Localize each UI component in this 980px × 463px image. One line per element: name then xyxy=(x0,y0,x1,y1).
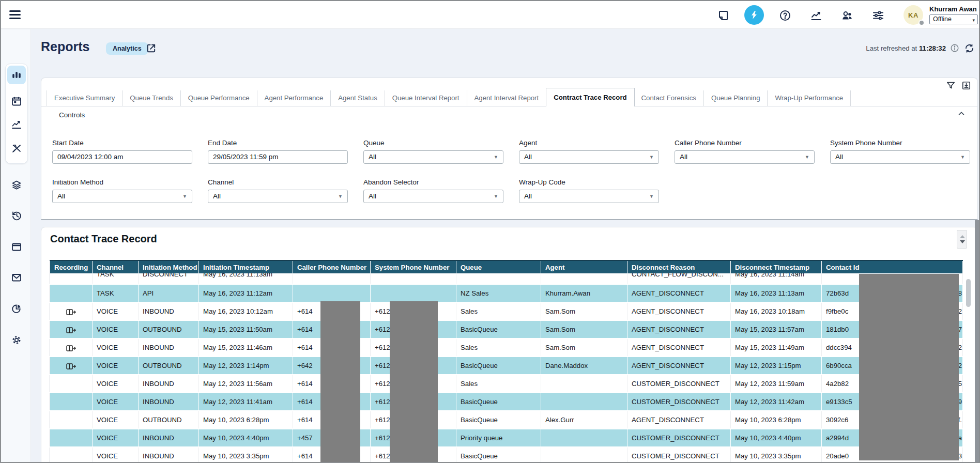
tab-queue-interval-report[interactable]: Queue Interval Report xyxy=(385,90,467,106)
note-icon[interactable] xyxy=(717,9,729,22)
sidebar-item-schedule[interactable] xyxy=(7,92,26,111)
table-row[interactable]: VOICEINBOUNDMay 12, 2023 11:56am+614+612… xyxy=(50,375,963,393)
system-phone-number-select[interactable]: All▼ xyxy=(830,150,970,164)
end-date-input[interactable]: 29/05/2023 11:59 pm xyxy=(208,150,348,164)
sidebar-item-mail[interactable] xyxy=(7,268,26,287)
external-link-icon[interactable] xyxy=(145,42,157,54)
caret-down-icon: ▼ xyxy=(182,190,187,203)
col-agent[interactable]: Agent xyxy=(541,260,627,273)
sidebar-item-window[interactable] xyxy=(7,238,26,256)
last-refreshed: Last refreshed at 11:28:32 xyxy=(866,44,946,52)
sidebar-item-settings[interactable] xyxy=(7,331,26,349)
start-date-input[interactable]: 09/04/2023 12:00 am xyxy=(52,150,192,164)
cell-its: May 10, 2023 6:28pm xyxy=(199,411,293,429)
table-row[interactable]: VOICEINBOUNDMay 16, 2023 10:12am+614+612… xyxy=(50,302,963,320)
queue-select[interactable]: All▼ xyxy=(363,150,503,164)
tab-contact-forensics[interactable]: Contact Forensics xyxy=(634,90,704,106)
help-icon[interactable] xyxy=(779,9,791,22)
recording-icon[interactable] xyxy=(66,308,76,316)
col-initiation-method[interactable]: Initiation Method xyxy=(139,260,199,273)
initiation-method-select[interactable]: All▼ xyxy=(52,190,192,203)
table-row[interactable]: VOICEOUTBOUNDMay 12, 2023 1:14pm+642+612… xyxy=(50,357,963,375)
cell-clip: TASK xyxy=(93,273,138,284)
col-channel[interactable]: Channel xyxy=(93,260,139,273)
users-icon[interactable] xyxy=(841,9,853,22)
tab-wrap-up-performance[interactable]: Wrap-Up Performance xyxy=(768,90,851,106)
tab-queue-planning[interactable]: Queue Planning xyxy=(704,90,768,106)
table-row[interactable]: VOICEINBOUNDMay 10, 2023 4:40pm+457+612P… xyxy=(50,429,963,447)
tab-agent-status[interactable]: Agent Status xyxy=(331,90,385,106)
table-row-partial[interactable]: TASKDISCONNECTMay 16, 2023 11:13amCONTAC… xyxy=(50,273,963,284)
cell-method: INBOUND xyxy=(139,338,199,357)
col-caller-phone-number[interactable]: Caller Phone Number xyxy=(293,260,371,273)
sidebar-item-flows[interactable] xyxy=(7,176,26,194)
refresh-icon[interactable] xyxy=(964,43,975,54)
window-scrollbar[interactable] xyxy=(975,220,979,463)
agent-select[interactable]: All▼ xyxy=(519,150,659,164)
cell-agent xyxy=(541,375,627,393)
cell-system xyxy=(371,284,456,302)
col-disconnect-reason[interactable]: Disconnect Reason xyxy=(627,260,731,273)
download-icon[interactable] xyxy=(961,81,971,90)
cell-clip xyxy=(293,273,370,284)
recording-icon[interactable] xyxy=(66,327,76,334)
caller-phone-number-select[interactable]: All▼ xyxy=(675,150,815,164)
table-row[interactable]: VOICEINBOUNDMay 15, 2023 11:46am+614+612… xyxy=(50,338,963,357)
cell-its: May 12, 2023 11:56am xyxy=(199,375,293,393)
tab-queue-trends[interactable]: Queue Trends xyxy=(122,90,181,106)
cell-rec xyxy=(50,411,93,429)
metrics-icon[interactable] xyxy=(810,9,822,22)
sidebar-item-customize[interactable] xyxy=(7,139,26,158)
table-row[interactable]: VOICEOUTBOUNDMay 10, 2023 6:28pm+614+612… xyxy=(50,411,963,429)
hamburger-menu-icon[interactable] xyxy=(9,10,21,19)
table-row[interactable]: VOICEINBOUNDMay 12, 2023 11:41am+614+612… xyxy=(50,393,963,411)
table-row[interactable]: VOICEINBOUNDMay 10, 2023 3:35pm+614+612B… xyxy=(50,447,963,463)
tab-contract-trace-record[interactable]: Contract Trace Record xyxy=(546,88,634,106)
tab-executive-summary[interactable]: Executive Summary xyxy=(47,90,122,106)
sidebar-item-reports[interactable] xyxy=(7,66,26,84)
cell-caller xyxy=(293,273,371,284)
stepper-up-icon[interactable] xyxy=(960,235,965,238)
col-contact-id[interactable]: Contact Id xyxy=(822,260,963,273)
mail-icon xyxy=(11,272,22,283)
sidebar-item-history[interactable] xyxy=(7,206,26,225)
cell-agent: Sam.Som xyxy=(541,338,627,357)
sidebar-item-insights[interactable] xyxy=(7,299,26,318)
recording-icon[interactable] xyxy=(66,363,76,370)
col-disconnect-timestamp[interactable]: Disconnect Timestamp xyxy=(731,260,822,273)
field-caller-phone-number: Caller Phone NumberAll▼ xyxy=(675,139,815,164)
abandon-selector-select[interactable]: All▼ xyxy=(363,190,503,203)
info-icon[interactable] xyxy=(950,43,959,53)
history-icon xyxy=(11,210,22,221)
filter-icon[interactable] xyxy=(946,81,956,90)
cell-reason: CUSTOMER_DISCONNECT xyxy=(627,375,731,393)
stepper-down-icon[interactable] xyxy=(960,240,965,243)
collapse-chevron-up-icon[interactable] xyxy=(957,109,966,118)
tab-agent-interval-report[interactable]: Agent Interval Report xyxy=(467,90,547,106)
chevron-down-icon: ▾ xyxy=(972,16,975,25)
table-row[interactable]: VOICEOUTBOUNDMay 15, 2023 11:50am+614+61… xyxy=(50,320,963,338)
lightning-icon[interactable] xyxy=(744,5,764,25)
table-row[interactable]: TASKAPIMay 16, 2023 11:12amNZ SalesKhurr… xyxy=(50,284,963,302)
panel-stepper[interactable] xyxy=(957,230,967,249)
cell-its: May 16, 2023 10:12am xyxy=(199,302,293,320)
cell-dts: May 10, 2023 4:40pm xyxy=(731,429,822,447)
redaction-box-contact-id xyxy=(859,274,959,460)
table-header-row: RecordingChannelInitiation MethodInitiat… xyxy=(50,260,963,273)
wrap-up-code-select[interactable]: All▼ xyxy=(519,190,659,203)
col-queue[interactable]: Queue xyxy=(456,260,541,273)
tab-queue-performance[interactable]: Queue Performance xyxy=(181,90,257,106)
channel-select[interactable]: All▼ xyxy=(208,190,348,203)
table-scrollbar-thumb[interactable] xyxy=(966,279,971,307)
sidebar-item-analytics[interactable] xyxy=(7,115,26,134)
cell-rec xyxy=(50,357,93,375)
recording-icon[interactable] xyxy=(66,345,76,352)
col-initiation-timestamp[interactable]: Initiation Timestamp xyxy=(199,260,293,273)
avatar[interactable]: KA xyxy=(904,5,923,25)
tab-agent-performance[interactable]: Agent Performance xyxy=(257,90,331,106)
cell-reason: AGENT_DISCONNECT xyxy=(627,284,731,302)
col-recording[interactable]: Recording xyxy=(50,260,93,273)
col-system-phone-number[interactable]: System Phone Number xyxy=(371,260,456,273)
sliders-icon[interactable] xyxy=(872,9,884,22)
status-select[interactable]: Offline ▾ xyxy=(929,14,978,24)
